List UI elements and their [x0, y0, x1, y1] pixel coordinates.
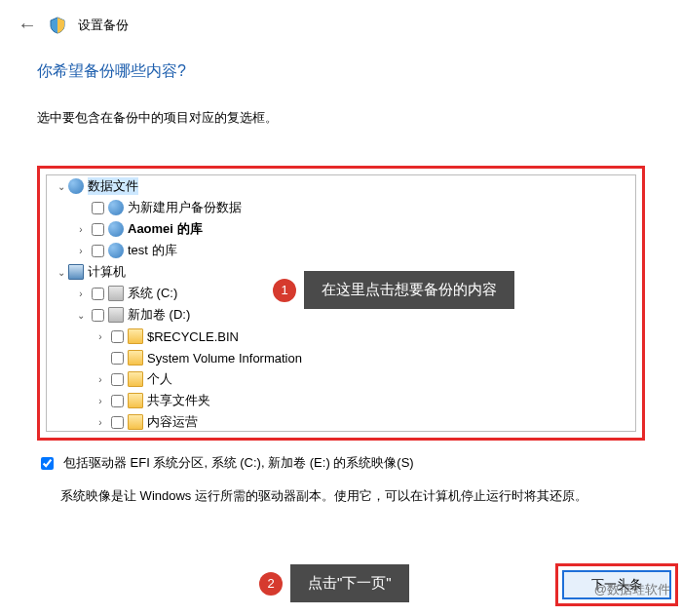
chevron-right-icon[interactable]: ›	[74, 289, 88, 299]
tree-node-data-files[interactable]: ⌄ 数据文件	[47, 175, 635, 197]
checkbox[interactable]	[92, 288, 104, 300]
folder-icon	[128, 393, 143, 408]
dialog-footer: 下一头条 取消	[555, 563, 682, 606]
next-button-highlight: 下一头条	[555, 563, 678, 606]
system-image-checkbox[interactable]	[41, 457, 54, 470]
node-label: System Volume Information	[147, 351, 302, 366]
node-label: 系统 (C:)	[128, 285, 177, 302]
instruction-text: 选中要包含在备份中的项目对应的复选框。	[37, 109, 645, 127]
folder-icon	[128, 371, 143, 387]
node-label: 数据文件	[88, 177, 138, 195]
tree-node-personal[interactable]: › 个人	[47, 368, 635, 390]
system-image-label: 包括驱动器 EFI 系统分区, 系统 (C:), 新加卷 (E:) 的系统映像(…	[63, 454, 414, 472]
callout-text-1: 在这里点击想要备份的内容	[304, 271, 514, 309]
node-label: 共享文件夹	[147, 392, 210, 409]
chevron-down-icon[interactable]: ⌄	[55, 267, 68, 278]
chevron-right-icon[interactable]: ›	[74, 224, 88, 235]
page-question: 你希望备份哪些内容?	[37, 61, 645, 82]
folder-icon	[128, 328, 143, 344]
checkbox[interactable]	[92, 245, 104, 257]
callout-text-2: 点击"下一页"	[290, 564, 409, 602]
folder-icon	[128, 350, 143, 366]
checkbox[interactable]	[92, 309, 104, 322]
chevron-down-icon[interactable]: ⌄	[55, 181, 68, 192]
people-icon	[108, 243, 124, 258]
next-button[interactable]: 下一头条	[562, 570, 671, 599]
dialog-header: ← 设置备份	[0, 0, 682, 46]
node-label: 个人	[147, 370, 172, 388]
tree-node-svi[interactable]: System Volume Information	[47, 347, 635, 368]
window-title: 设置备份	[78, 17, 129, 34]
annotation-callout-1: 1 在这里点击想要备份的内容	[273, 271, 514, 309]
folder-icon	[128, 414, 143, 430]
drive-icon	[108, 307, 124, 323]
checkbox[interactable]	[92, 223, 104, 236]
annotation-callout-2: 2 点击"下一页"	[259, 564, 409, 602]
node-label: 为新建用户备份数据	[128, 199, 242, 216]
system-image-checkbox-row[interactable]: 包括驱动器 EFI 系统分区, 系统 (C:), 新加卷 (E:) 的系统映像(…	[37, 454, 645, 472]
callout-number-1: 1	[273, 279, 296, 302]
drive-icon	[108, 286, 124, 301]
checkbox[interactable]	[92, 202, 104, 214]
checkbox[interactable]	[111, 395, 124, 407]
node-label: 计算机	[88, 263, 126, 281]
tree-node-test[interactable]: › test 的库	[47, 240, 635, 261]
node-label: test 的库	[128, 242, 177, 259]
chevron-down-icon[interactable]: ⌄	[74, 310, 88, 321]
chevron-right-icon[interactable]: ›	[94, 417, 107, 428]
node-label: Aaomei 的库	[128, 220, 203, 238]
node-label: 内容运营	[147, 413, 198, 431]
tree-node-shared[interactable]: › 共享文件夹	[47, 390, 635, 411]
callout-number-2: 2	[259, 572, 283, 596]
checkbox[interactable]	[111, 416, 124, 429]
back-arrow-icon[interactable]: ←	[18, 14, 37, 36]
checkbox[interactable]	[111, 352, 124, 365]
chevron-right-icon[interactable]: ›	[94, 396, 107, 406]
checkbox[interactable]	[111, 373, 124, 386]
chevron-right-icon[interactable]: ›	[94, 374, 107, 385]
checkbox[interactable]	[111, 330, 124, 343]
tree-node-cutoff[interactable]: › 内容运营	[47, 411, 635, 432]
chevron-right-icon[interactable]: ›	[74, 246, 88, 256]
chevron-right-icon[interactable]: ›	[94, 331, 107, 342]
people-icon	[108, 221, 124, 237]
tree-node-recycle[interactable]: › $RECYCLE.BIN	[47, 326, 635, 347]
node-label: 新加卷 (D:)	[128, 306, 190, 324]
node-label: $RECYCLE.BIN	[147, 329, 239, 344]
people-icon	[68, 178, 84, 194]
tree-node-new-user[interactable]: 为新建用户备份数据	[47, 197, 635, 218]
shield-icon	[49, 17, 66, 34]
people-icon	[108, 200, 124, 215]
system-image-description: 系统映像是让 Windows 运行所需的驱动器副本。使用它，可以在计算机停止运行…	[60, 487, 645, 505]
tree-node-aaomei[interactable]: › Aaomei 的库	[47, 218, 635, 240]
computer-icon	[68, 264, 84, 280]
